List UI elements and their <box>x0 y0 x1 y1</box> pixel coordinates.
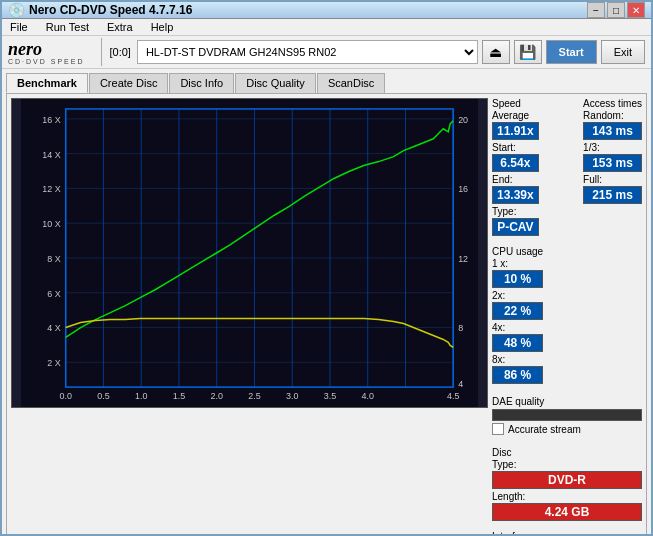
interface-section: Interface Burst rate: 14 MB/s <box>492 531 642 536</box>
menu-bar: File Run Test Extra Help <box>2 19 651 36</box>
one-third-label: 1/3: <box>583 142 642 153</box>
cpu-8x-value: 86 % <box>492 366 543 384</box>
svg-text:4.0: 4.0 <box>362 391 374 401</box>
drive-label: [0:0] <box>110 46 131 58</box>
random-value: 143 ms <box>583 122 642 140</box>
type-value: P-CAV <box>492 218 539 236</box>
accurate-stream-row: Accurate stream <box>492 423 642 435</box>
nero-logo: nero CD·DVD SPEED <box>8 40 85 65</box>
cpu-2x-value: 22 % <box>492 302 543 320</box>
drive-select[interactable]: HL-DT-ST DVDRAM GH24NS95 RN02 <box>137 40 478 64</box>
speed-section: Speed Average 11.91x Start: 6.54x End: 1… <box>492 98 642 236</box>
svg-text:1.0: 1.0 <box>135 391 147 401</box>
svg-text:4 X: 4 X <box>47 323 60 333</box>
dae-header: DAE quality <box>492 396 642 407</box>
tab-disc-info[interactable]: Disc Info <box>169 73 234 93</box>
toolbar: nero CD·DVD SPEED [0:0] HL-DT-ST DVDRAM … <box>2 36 651 69</box>
svg-text:4: 4 <box>458 379 463 389</box>
svg-text:3.5: 3.5 <box>324 391 336 401</box>
speed-header: Speed <box>492 98 539 109</box>
disc-length-label: Length: <box>492 491 642 502</box>
svg-text:12 X: 12 X <box>42 184 60 194</box>
svg-text:14 X: 14 X <box>42 150 60 160</box>
tabs: Benchmark Create Disc Disc Info Disc Qua… <box>6 73 647 93</box>
save-button[interactable]: 💾 <box>514 40 542 64</box>
svg-text:1.5: 1.5 <box>173 391 185 401</box>
window-controls: − □ ✕ <box>587 2 645 18</box>
dae-section: DAE quality Accurate stream <box>492 396 642 437</box>
tab-create-disc[interactable]: Create Disc <box>89 73 168 93</box>
svg-text:0.5: 0.5 <box>97 391 109 401</box>
start-value: 6.54x <box>492 154 539 172</box>
tab-benchmark[interactable]: Benchmark <box>6 73 88 93</box>
disc-type-value: DVD-R <box>492 471 642 489</box>
title-bar: 💿 Nero CD-DVD Speed 4.7.7.16 − □ ✕ <box>2 2 651 19</box>
eject-button[interactable]: ⏏ <box>482 40 510 64</box>
access-header: Access times <box>583 98 642 109</box>
cpu-header: CPU usage <box>492 246 543 257</box>
full-label: Full: <box>583 174 642 185</box>
cpu-2x-label: 2x: <box>492 290 543 301</box>
cpu-4x-value: 48 % <box>492 334 543 352</box>
disc-length-value: 4.24 GB <box>492 503 642 521</box>
svg-text:16 X: 16 X <box>42 115 60 125</box>
svg-text:12: 12 <box>458 254 468 264</box>
disc-type-label: Type: <box>492 459 642 470</box>
average-value: 11.91x <box>492 122 539 140</box>
cpu-8x-label: 8x: <box>492 354 543 365</box>
full-value: 215 ms <box>583 186 642 204</box>
svg-text:16: 16 <box>458 184 468 194</box>
start-button[interactable]: Start <box>546 40 597 64</box>
svg-text:20: 20 <box>458 115 468 125</box>
close-button[interactable]: ✕ <box>627 2 645 18</box>
svg-rect-0 <box>21 99 478 407</box>
accurate-stream-checkbox[interactable] <box>492 423 504 435</box>
end-label: End: <box>492 174 539 185</box>
stats-panel: Speed Average 11.91x Start: 6.54x End: 1… <box>492 98 642 536</box>
disc-header: Disc <box>492 447 642 458</box>
svg-text:10 X: 10 X <box>42 219 60 229</box>
menu-extra[interactable]: Extra <box>103 19 137 35</box>
type-label: Type: <box>492 206 539 217</box>
random-label: Random: <box>583 110 642 121</box>
accurate-stream-label: Accurate stream <box>508 424 581 435</box>
disc-section: Disc Type: DVD-R Length: 4.24 GB <box>492 447 642 521</box>
svg-text:2.0: 2.0 <box>210 391 222 401</box>
cpu-section: CPU usage 1 x: 10 % 2x: 22 % 4x: 48 % 8x… <box>492 246 642 384</box>
exit-button[interactable]: Exit <box>601 40 645 64</box>
chart-container: 16 X 14 X 12 X 10 X 8 X 6 X 4 X 2 X 20 1… <box>11 98 488 408</box>
one-third-value: 153 ms <box>583 154 642 172</box>
cpu-1x-value: 10 % <box>492 270 543 288</box>
start-label: Start: <box>492 142 539 153</box>
app-icon: 💿 <box>8 2 25 18</box>
svg-text:3.0: 3.0 <box>286 391 298 401</box>
tab-scan-disc[interactable]: ScanDisc <box>317 73 385 93</box>
maximize-button[interactable]: □ <box>607 2 625 18</box>
tab-disc-quality[interactable]: Disc Quality <box>235 73 316 93</box>
svg-text:2.5: 2.5 <box>248 391 260 401</box>
svg-text:8 X: 8 X <box>47 254 60 264</box>
minimize-button[interactable]: − <box>587 2 605 18</box>
end-value: 13.39x <box>492 186 539 204</box>
interface-header: Interface <box>492 531 642 536</box>
dae-quality-bar <box>492 409 642 421</box>
menu-file[interactable]: File <box>6 19 32 35</box>
benchmark-chart: 16 X 14 X 12 X 10 X 8 X 6 X 4 X 2 X 20 1… <box>12 99 487 407</box>
menu-run-test[interactable]: Run Test <box>42 19 93 35</box>
cpu-4x-label: 4x: <box>492 322 543 333</box>
svg-text:2 X: 2 X <box>47 358 60 368</box>
main-area: Benchmark Create Disc Disc Info Disc Qua… <box>2 69 651 536</box>
svg-text:0.0: 0.0 <box>59 391 71 401</box>
menu-help[interactable]: Help <box>147 19 178 35</box>
cpu-1x-label: 1 x: <box>492 258 543 269</box>
window-title: Nero CD-DVD Speed 4.7.7.16 <box>29 3 192 17</box>
content-panel: 16 X 14 X 12 X 10 X 8 X 6 X 4 X 2 X 20 1… <box>6 93 647 536</box>
svg-text:4.5: 4.5 <box>447 391 459 401</box>
svg-text:6 X: 6 X <box>47 289 60 299</box>
svg-text:8: 8 <box>458 323 463 333</box>
average-label: Average <box>492 110 539 121</box>
